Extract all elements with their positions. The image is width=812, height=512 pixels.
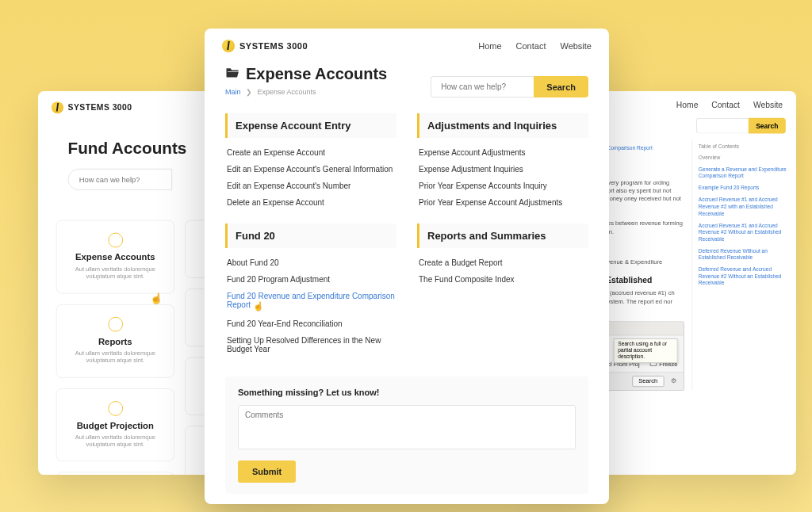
card-title: Reports bbox=[64, 336, 167, 346]
article-link[interactable]: Fund 20 Program Adjustment bbox=[227, 271, 395, 288]
article-link[interactable]: Expense Adjustment Inquiries bbox=[419, 161, 587, 178]
table-of-contents: Table of Contents Overview Generate a Re… bbox=[691, 139, 788, 391]
chart-icon bbox=[108, 401, 123, 416]
link-list: Expense Account Adjustments Expense Adju… bbox=[417, 144, 588, 224]
article-link[interactable]: Edit an Expense Account's General Inform… bbox=[227, 161, 395, 178]
dollar-icon bbox=[108, 233, 123, 248]
brand[interactable]: SYSTEMS 3000 bbox=[222, 40, 308, 52]
card-desc: Aut ullam veritatis doloremque voluptatu… bbox=[64, 434, 167, 449]
article-link-hovered[interactable]: Fund 20 Revenue and Expenditure Comparis… bbox=[227, 288, 395, 315]
card-desc: Aut ullam veritatis doloremque voluptatu… bbox=[64, 350, 167, 365]
article-link[interactable]: Edit an Expense Account's Number bbox=[227, 178, 395, 194]
link-list: About Fund 20 Fund 20 Program Adjustment… bbox=[225, 254, 396, 370]
toc-link[interactable]: Example Fund 20 Reports bbox=[699, 185, 789, 192]
pointer-cursor-icon: ☝ bbox=[150, 292, 163, 304]
crumb-current: Expense Accounts bbox=[258, 88, 316, 96]
section-head-adjustments: Adjustments and Inquiries bbox=[417, 113, 588, 138]
search-button[interactable]: Search bbox=[749, 118, 786, 134]
panel-search-button[interactable]: Search bbox=[632, 376, 665, 387]
nav-contact[interactable]: Contact bbox=[516, 41, 546, 51]
nav-bar: SYSTEMS 3000 Home Contact Website bbox=[205, 29, 609, 60]
section-head-expense-account-entry: Expense Account Entry bbox=[225, 113, 396, 138]
nav-home[interactable]: Home bbox=[676, 100, 699, 109]
search-tooltip: Search using a full or partial account d… bbox=[614, 338, 678, 363]
toc-link[interactable]: Deferred Revenue Without an Established … bbox=[699, 247, 789, 261]
article-link[interactable]: Expense Account Adjustments bbox=[419, 144, 587, 161]
article-link[interactable]: Prior Year Expense Account Adjustments bbox=[419, 194, 587, 211]
logo-icon bbox=[52, 101, 63, 113]
toc-link[interactable]: Accrued Revenue #1 and Accrued Revenue #… bbox=[699, 222, 789, 243]
logo-icon bbox=[222, 40, 235, 52]
page-title-text: Expense Accounts bbox=[246, 65, 387, 83]
main-window-expense-accounts: SYSTEMS 3000 Home Contact Website Expens… bbox=[205, 29, 609, 504]
search-bar: Search bbox=[431, 76, 588, 97]
card-inquiry[interactable]: Inquiry Aut ullam veritatis doloremque v… bbox=[56, 472, 174, 475]
article-link[interactable]: The Fund Composite Index bbox=[419, 271, 587, 288]
search-input[interactable] bbox=[68, 169, 173, 190]
card-title: Expense Accounts bbox=[64, 252, 167, 262]
article-link[interactable]: Create a Budget Report bbox=[419, 254, 587, 271]
feedback-title: Something missing? Let us know! bbox=[238, 388, 576, 397]
card-title: Budget Projection bbox=[64, 420, 167, 430]
printer-icon bbox=[108, 317, 123, 332]
article-link[interactable]: Create an Expense Account bbox=[227, 144, 395, 161]
toc-link[interactable]: Deferred Revenue and Accrued Revenue #2 … bbox=[699, 266, 789, 287]
toc-link[interactable]: Accrued Revenue #1 and Accrued Revenue #… bbox=[699, 197, 789, 217]
nav-contact[interactable]: Contact bbox=[711, 100, 740, 109]
link-list: Create an Expense Account Edit an Expens… bbox=[225, 144, 396, 224]
search-input[interactable] bbox=[696, 118, 749, 134]
folder-open-icon bbox=[225, 67, 239, 82]
pointer-cursor-icon: ☝ bbox=[253, 301, 264, 311]
card-reports[interactable]: Reports Aut ullam veritatis doloremque v… bbox=[56, 304, 174, 378]
feedback-comments-input[interactable] bbox=[238, 405, 576, 449]
toc-link[interactable]: Generate a Revenue and Expenditure Compa… bbox=[699, 166, 789, 179]
article-link[interactable]: About Fund 20 bbox=[227, 254, 395, 271]
search-button[interactable]: Search bbox=[534, 76, 588, 97]
toc-link[interactable]: Overview bbox=[699, 154, 789, 161]
nav-website[interactable]: Website bbox=[560, 41, 592, 51]
feedback-box: Something missing? Let us know! Submit bbox=[225, 376, 588, 494]
brand-text: SYSTEMS 3000 bbox=[239, 41, 308, 51]
nav-links: Home Contact Website bbox=[478, 41, 592, 51]
article-link[interactable]: Setting Up Resolved Differences in the N… bbox=[227, 332, 395, 357]
gear-icon[interactable]: ⚙ bbox=[668, 376, 679, 387]
toc-heading: Table of Contents bbox=[699, 144, 789, 150]
page-title: Expense Accounts bbox=[225, 65, 387, 83]
article-link[interactable]: Fund 20 Year-End Reconciliation bbox=[227, 315, 395, 332]
section-head-reports: Reports and Summaries bbox=[417, 224, 588, 248]
brand-text: SYSTEMS 3000 bbox=[68, 103, 132, 112]
article-link[interactable]: Prior Year Expense Accounts Inquiry bbox=[419, 178, 587, 194]
article-link[interactable]: Delete an Expense Account bbox=[227, 194, 395, 211]
link-list: Create a Budget Report The Fund Composit… bbox=[417, 254, 588, 300]
card-desc: Aut ullam veritatis doloremque voluptatu… bbox=[64, 266, 167, 281]
crumb-main[interactable]: Main bbox=[225, 88, 241, 96]
nav-website[interactable]: Website bbox=[753, 100, 783, 109]
nav-home[interactable]: Home bbox=[478, 41, 501, 51]
nav-links: Home Contact Website bbox=[676, 100, 783, 109]
card-expense-accounts[interactable]: Expense Accounts Aut ullam veritatis dol… bbox=[56, 220, 174, 294]
feedback-submit-button[interactable]: Submit bbox=[238, 460, 296, 483]
chevron-right-icon: ❯ bbox=[246, 88, 252, 96]
card-budget-projection[interactable]: Budget Projection Aut ullam veritatis do… bbox=[56, 388, 174, 462]
section-head-fund-20: Fund 20 bbox=[225, 224, 396, 248]
search-input[interactable] bbox=[431, 76, 534, 97]
brand: SYSTEMS 3000 bbox=[52, 101, 132, 113]
